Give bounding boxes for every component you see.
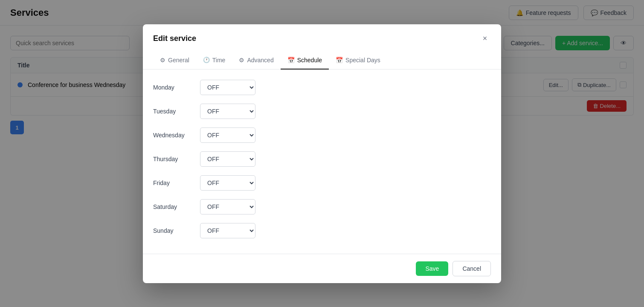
tab-special-days[interactable]: 📅 Special Days xyxy=(329,52,387,70)
friday-select[interactable]: OFFONCustom xyxy=(200,175,255,191)
save-button[interactable]: Save xyxy=(416,261,448,276)
saturday-row: Saturday OFFONCustom xyxy=(153,199,491,214)
friday-row: Friday OFFONCustom xyxy=(153,175,491,191)
cancel-button[interactable]: Cancel xyxy=(453,261,491,276)
modal-backdrop: Edit service × ⚙ General 🕐 Time ⚙ Advanc… xyxy=(0,0,644,307)
wednesday-label: Wednesday xyxy=(153,132,200,139)
monday-row: Monday OFFONCustom xyxy=(153,80,491,95)
sunday-row: Sunday OFFONCustom xyxy=(153,223,491,238)
gear-icon-advanced: ⚙ xyxy=(239,57,244,64)
sunday-select[interactable]: OFFONCustom xyxy=(200,223,255,238)
saturday-label: Saturday xyxy=(153,203,200,210)
calendar-icon-schedule: 📅 xyxy=(287,57,295,64)
monday-select[interactable]: OFFONCustom xyxy=(200,80,255,95)
thursday-select[interactable]: OFFONCustom xyxy=(200,151,255,167)
sunday-label: Sunday xyxy=(153,227,200,234)
modal-header: Edit service × xyxy=(143,24,501,45)
calendar-icon-special: 📅 xyxy=(336,57,343,64)
tuesday-select[interactable]: OFFONCustom xyxy=(200,104,255,119)
tab-general[interactable]: ⚙ General xyxy=(153,52,196,70)
modal-tabs: ⚙ General 🕐 Time ⚙ Advanced 📅 Schedule 📅… xyxy=(143,52,501,70)
tab-advanced[interactable]: ⚙ Advanced xyxy=(232,52,280,70)
modal-footer: Save Cancel xyxy=(143,254,501,283)
modal-close-button[interactable]: × xyxy=(479,33,491,45)
gear-icon: ⚙ xyxy=(160,57,165,64)
monday-label: Monday xyxy=(153,84,200,91)
modal-title: Edit service xyxy=(153,34,196,43)
saturday-select[interactable]: OFFONCustom xyxy=(200,199,255,214)
thursday-label: Thursday xyxy=(153,156,200,162)
clock-icon: 🕐 xyxy=(203,57,210,63)
modal-body: Monday OFFONCustom Tuesday OFFONCustom W… xyxy=(143,70,501,247)
wednesday-select[interactable]: OFFONCustom xyxy=(200,127,255,143)
tab-schedule[interactable]: 📅 Schedule xyxy=(281,52,329,70)
wednesday-row: Wednesday OFFONCustom xyxy=(153,127,491,143)
edit-service-modal: Edit service × ⚙ General 🕐 Time ⚙ Advanc… xyxy=(143,24,501,283)
thursday-row: Thursday OFFONCustom xyxy=(153,151,491,167)
tab-time[interactable]: 🕐 Time xyxy=(196,52,232,70)
tuesday-row: Tuesday OFFONCustom xyxy=(153,104,491,119)
tuesday-label: Tuesday xyxy=(153,108,200,115)
friday-label: Friday xyxy=(153,180,200,186)
